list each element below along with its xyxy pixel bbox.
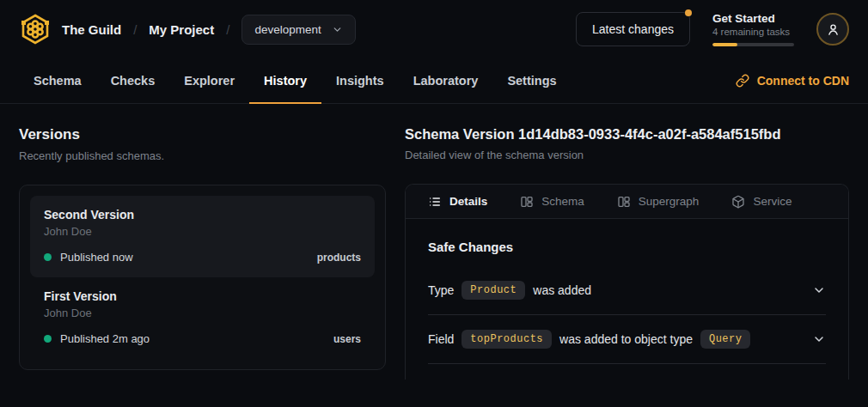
user-avatar[interactable] [816, 13, 849, 46]
guild-logo-icon[interactable] [19, 13, 52, 46]
version-card-first[interactable]: First Version John Doe Published 2m ago … [30, 277, 375, 359]
version-meta: Published 2m ago users [44, 332, 361, 345]
tab-insights[interactable]: Insights [321, 58, 399, 104]
detail-tab-label: Service [753, 195, 792, 208]
code-chip: Product [462, 281, 525, 300]
get-started-title: Get Started [712, 12, 794, 25]
chevron-down-icon[interactable] [812, 332, 826, 346]
connect-to-cdn-link[interactable]: Connect to CDN [736, 58, 849, 103]
user-icon [826, 22, 840, 37]
detail-column: Schema Version 1d14db83-0933-4f4c-a02f-a… [405, 126, 849, 380]
target-selector-value: development [254, 23, 321, 36]
main-content: Versions Recently published schemas. Sec… [0, 104, 868, 380]
header-right: Latest changes Get Started 4 remaining t… [576, 12, 849, 46]
versions-title: Versions [19, 126, 386, 143]
code-chip: Query [700, 330, 751, 349]
versions-subtitle: Recently published schemas. [19, 149, 386, 162]
target-selector[interactable]: development [241, 15, 355, 45]
detail-tabs: Details Schema [406, 185, 848, 219]
versions-column: Versions Recently published schemas. Sec… [19, 126, 386, 380]
tab-checks[interactable]: Checks [96, 58, 170, 104]
detail-tab-label: Details [449, 195, 487, 208]
app-header: The Guild / My Project / development Lat… [0, 0, 868, 58]
detail-tab-supergraph[interactable]: Supergraph [617, 195, 700, 209]
tab-explorer[interactable]: Explorer [169, 58, 249, 104]
project-nav: Schema Checks Explorer History Insights … [0, 58, 868, 104]
chevron-down-icon[interactable] [812, 283, 826, 297]
chevron-down-icon [332, 24, 343, 35]
version-author: John Doe [44, 225, 361, 238]
detail-tab-service[interactable]: Service [731, 195, 792, 209]
change-middle: was added [533, 283, 591, 297]
link-icon [736, 74, 749, 88]
tab-history[interactable]: History [249, 58, 321, 104]
columns-icon [617, 195, 631, 209]
detail-tab-label: Schema [541, 195, 584, 208]
change-prefix: Field [428, 332, 454, 346]
cube-icon [731, 195, 745, 209]
detail-body: Safe Changes Type Product was added Fiel… [406, 219, 848, 364]
list-icon [428, 195, 442, 209]
service-name: users [333, 333, 361, 345]
service-name: products [317, 252, 361, 264]
version-card-second[interactable]: Second Version John Doe Published now pr… [30, 196, 375, 277]
detail-tab-schema[interactable]: Schema [520, 195, 584, 209]
published-status-dot [44, 253, 52, 261]
published-status-dot [44, 335, 52, 343]
get-started-widget[interactable]: Get Started 4 remaining tasks [712, 12, 794, 46]
version-meta: Published now products [44, 251, 361, 264]
change-row-field-topproducts[interactable]: Field topProducts was added to object ty… [428, 315, 826, 364]
tab-settings[interactable]: Settings [492, 58, 571, 104]
get-started-progressbar [712, 43, 794, 46]
tab-laboratory[interactable]: Laboratory [399, 58, 493, 104]
safe-changes-title: Safe Changes [428, 240, 826, 254]
breadcrumb-project[interactable]: My Project [149, 22, 214, 37]
notification-dot [685, 9, 692, 16]
detail-tab-details[interactable]: Details [428, 195, 487, 209]
get-started-subtitle: 4 remaining tasks [712, 27, 794, 37]
get-started-progress-fill [712, 43, 737, 46]
version-name: First Version [44, 289, 361, 303]
latest-changes-label: Latest changes [592, 22, 674, 36]
version-author: John Doe [44, 307, 361, 319]
published-label: Published 2m ago [60, 332, 150, 345]
breadcrumb-separator: / [226, 22, 229, 37]
breadcrumb-separator: / [133, 22, 137, 37]
version-name: Second Version [44, 208, 361, 222]
detail-panel: Details Schema [405, 184, 849, 380]
breadcrumb-org[interactable]: The Guild [62, 22, 121, 37]
connect-to-cdn-label: Connect to CDN [757, 74, 849, 88]
detail-tab-label: Supergraph [639, 195, 700, 208]
published-label: Published now [60, 251, 133, 264]
versions-list: Second Version John Doe Published now pr… [19, 185, 386, 370]
change-middle: was added to object type [559, 332, 693, 346]
detail-subtitle: Detailed view of the schema version [405, 149, 849, 161]
change-prefix: Type [428, 283, 454, 297]
columns-icon [520, 195, 534, 209]
code-chip: topProducts [462, 330, 552, 349]
detail-title: Schema Version 1d14db83-0933-4f4c-a02f-a… [405, 126, 849, 143]
tab-schema[interactable]: Schema [19, 58, 96, 104]
latest-changes-button[interactable]: Latest changes [576, 12, 690, 46]
change-row-type-product[interactable]: Type Product was added [428, 266, 826, 315]
